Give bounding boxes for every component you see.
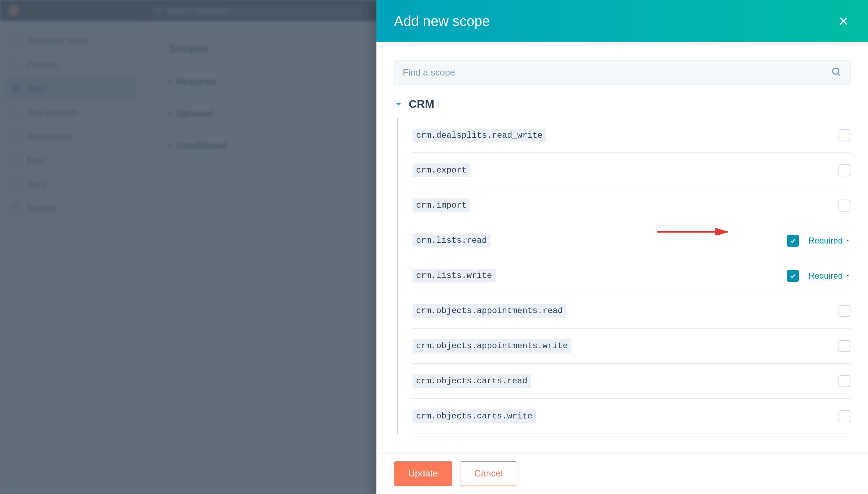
scope-list: crm.dealsplits.read_write crm.export crm… [397,118,850,434]
scope-search-wrapper [394,60,850,85]
scope-name: crm.objects.appointments.write [413,339,571,353]
button-label: Update [408,468,438,479]
button-label: Cancel [474,468,503,479]
category-label: CRM [409,98,434,111]
scope-name: crm.lists.write [413,269,495,282]
scope-checkbox[interactable] [839,375,850,387]
scope-checkbox[interactable] [839,340,850,352]
chevron-down-icon [845,273,850,279]
modal-title: Add new scope [394,13,490,29]
modal-body: CRM crm.dealsplits.read_write crm.export… [376,42,868,453]
add-scope-panel: Add new scope CRM crm.dealsplits.read_wr… [376,0,868,494]
svg-point-11 [833,68,839,74]
scope-name: crm.import [413,199,470,212]
scope-name: crm.lists.read [413,234,491,247]
scope-checkbox[interactable] [839,164,850,176]
chevron-down-icon [845,238,850,243]
scope-row: crm.objects.appointments.write [413,329,850,364]
scope-row-lists-read: crm.lists.read Required [413,223,850,258]
scope-row: crm.objects.appointments.read [413,293,850,329]
category-toggle-crm[interactable]: CRM [394,98,850,111]
chevron-down-icon [394,100,403,109]
scope-name: crm.objects.carts.write [413,409,536,423]
svg-line-12 [838,74,840,76]
scope-row: crm.dealsplits.read_write [413,118,850,153]
required-label: Required [809,271,843,281]
scope-name: crm.dealsplits.read_write [413,129,546,142]
modal-header: Add new scope [376,0,868,42]
update-button[interactable]: Update [394,461,452,486]
cancel-button[interactable]: Cancel [460,461,517,486]
modal-footer: Update Cancel [376,453,868,494]
scope-name: crm.export [413,163,470,177]
scope-row: crm.objects.carts.write [413,399,850,434]
scope-checkbox[interactable] [787,270,799,282]
scope-checkbox[interactable] [839,410,850,422]
required-label: Required [809,236,843,246]
required-dropdown[interactable]: Required [809,271,850,281]
scope-checkbox[interactable] [839,129,850,141]
scope-checkbox[interactable] [839,305,850,317]
scope-name: crm.objects.appointments.read [413,304,566,318]
close-button[interactable] [836,14,850,28]
search-icon [831,66,841,78]
close-icon [838,15,849,27]
scope-row: crm.import [413,188,850,223]
scope-checkbox[interactable] [787,235,799,247]
scope-row: crm.export [413,153,850,188]
scope-row: crm.objects.carts.read [413,364,850,399]
scope-name: crm.objects.carts.read [413,374,531,388]
required-dropdown[interactable]: Required [809,236,850,246]
scope-search-input[interactable] [394,60,850,85]
scope-row: crm.lists.write Required [413,258,850,293]
scope-checkbox[interactable] [839,200,850,212]
